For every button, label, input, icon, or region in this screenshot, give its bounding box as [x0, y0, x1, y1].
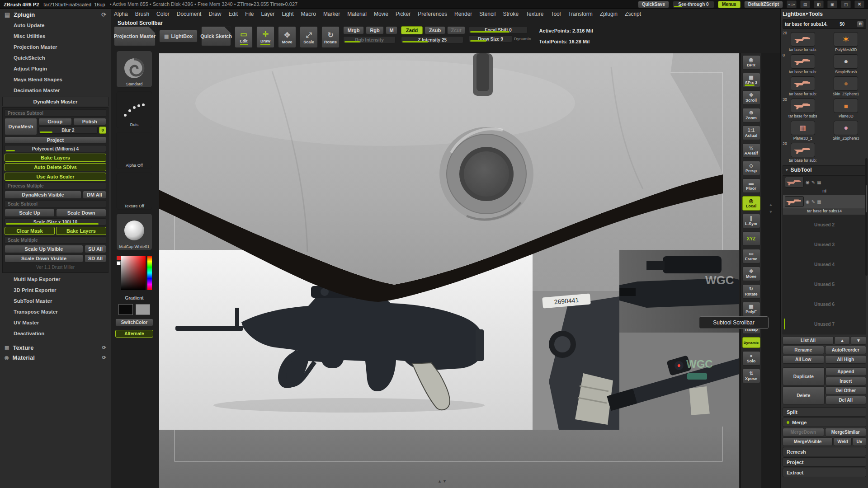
plugin-item-multi-map-exporter[interactable]: Multi Map Exporter: [0, 274, 111, 285]
texture-palette-title[interactable]: Texture: [13, 344, 33, 351]
lightbox-tools-title[interactable]: Lightbox‣Tools: [783, 11, 823, 17]
scale-mode-button[interactable]: ⤢ Scale: [300, 26, 318, 48]
lsym-button[interactable]: ∥L.Sym: [742, 214, 760, 228]
plugin-item-quicksketch[interactable]: QuickSketch: [0, 52, 111, 63]
tool-slot[interactable]: ▦ Plane3D_1: [783, 119, 823, 141]
menu-material[interactable]: Material: [347, 11, 367, 17]
paint-icon[interactable]: ✎: [811, 199, 815, 204]
scale-size-slider[interactable]: Scale (Size x 100) 10: [5, 218, 106, 225]
subtool-down-button[interactable]: ▼: [851, 336, 866, 345]
delete-button[interactable]: Delete: [783, 386, 825, 404]
draw-mode-button[interactable]: ✛ Draw: [256, 26, 274, 48]
eye-icon[interactable]: ◉: [806, 180, 810, 185]
all-low-button[interactable]: All Low: [783, 355, 824, 364]
auto-delete-sdivs-toggle[interactable]: Auto Delete SDivs: [5, 163, 106, 171]
mrgb-toggle[interactable]: Mrgb: [343, 26, 364, 34]
quicksave-button[interactable]: QuickSave: [638, 1, 669, 8]
plugin-item-transpose-master[interactable]: Transpose Master: [0, 306, 111, 317]
bake-layers-2-toggle[interactable]: Bake Layers: [56, 227, 106, 235]
frame-button[interactable]: ▭Frame: [742, 249, 760, 263]
lightbox-button[interactable]: ▦ LightBox: [159, 30, 198, 42]
default-zscript-button[interactable]: DefaultZScript: [744, 1, 783, 8]
scale-up-button[interactable]: Scale Up: [5, 209, 55, 217]
persp-button[interactable]: ◇Persp: [742, 161, 760, 175]
plugin-item-maya-blend-shapes[interactable]: Maya Blend Shapes: [0, 74, 111, 85]
menu-stencil[interactable]: Stencil: [479, 11, 495, 17]
menu-transform[interactable]: Transform: [568, 11, 592, 17]
plugin-item-deactivation[interactable]: Deactivation: [0, 328, 111, 339]
current-texture-button[interactable]: Texture Off: [116, 173, 152, 210]
window-icon-2[interactable]: ▤: [800, 0, 810, 8]
tool-slot[interactable]: ■ Plane3D: [826, 97, 867, 118]
refresh-icon[interactable]: ⟳: [101, 11, 106, 18]
color-swatch-black[interactable]: [118, 304, 133, 315]
mergedown-button[interactable]: MergeDown: [783, 428, 824, 436]
material-palette-title[interactable]: Material: [13, 354, 35, 361]
polycount-slider[interactable]: Polycount (Millions) 4: [5, 145, 106, 152]
menu-picker[interactable]: Picker: [396, 11, 410, 17]
merge-section[interactable]: Merge: [783, 418, 866, 427]
dynamic-label[interactable]: Dynamic: [514, 35, 531, 42]
bake-layers-toggle[interactable]: Bake Layers: [5, 154, 106, 162]
zcut-toggle[interactable]: Zcut: [447, 26, 465, 34]
mergesimilar-button[interactable]: MergeSimilar: [825, 428, 867, 436]
remesh-section[interactable]: Remesh: [783, 447, 866, 456]
local-toggle[interactable]: ◎Local: [742, 196, 760, 211]
zsub-toggle[interactable]: Zsub: [425, 26, 445, 34]
plugin-item-subtool-master[interactable]: SubTool Master: [0, 296, 111, 306]
tool-slot[interactable]: 20 tar base for sub:: [783, 141, 823, 163]
subtool-row-unused[interactable]: Unused 3: [783, 235, 866, 254]
menu-document[interactable]: Document: [177, 11, 202, 17]
all-high-button[interactable]: All High: [825, 355, 867, 364]
m-toggle[interactable]: M: [386, 26, 397, 34]
menu-stroke[interactable]: Stroke: [503, 11, 519, 17]
rename-button[interactable]: Rename: [783, 346, 824, 354]
projection-master-button[interactable]: Projection Master: [114, 26, 156, 46]
texture-refresh-icon[interactable]: ⟳: [102, 345, 106, 351]
menu-zplugin[interactable]: Zplugin: [600, 11, 618, 17]
menu-brush[interactable]: Brush: [135, 11, 149, 17]
window-icon-3[interactable]: ◧: [814, 0, 824, 8]
xpose-button[interactable]: ⇅Xpose: [742, 369, 760, 383]
color-picker[interactable]: [117, 254, 152, 293]
scroll-button[interactable]: ✥Scroll: [742, 90, 760, 105]
split-section[interactable]: Split: [783, 407, 866, 417]
mergevisible-button[interactable]: MergeVisible: [783, 437, 833, 446]
su-all-button[interactable]: SU All: [85, 245, 106, 253]
menu-color[interactable]: Color: [156, 11, 170, 17]
tool-slot[interactable]: ✶ PolyMesh3D: [826, 31, 867, 52]
dm-all-button[interactable]: DM All: [83, 191, 106, 199]
menu-edit[interactable]: Edit: [228, 11, 238, 17]
window-icon-4[interactable]: ▣: [827, 0, 837, 8]
rotate-mode-button[interactable]: ↻ Rotate: [321, 26, 340, 48]
solo-button[interactable]: ●Solo: [742, 351, 760, 366]
menu-light[interactable]: Light: [282, 11, 294, 17]
menu-movie[interactable]: Movie: [374, 11, 388, 17]
blur-slider[interactable]: Blur 2: [38, 127, 98, 134]
plugin-item-auto-update[interactable]: Auto Update: [0, 20, 111, 31]
sd-all-button[interactable]: SD All: [85, 254, 106, 263]
uv-button[interactable]: Uv: [853, 437, 866, 446]
secondary-color-swatch[interactable]: [117, 261, 121, 265]
move-mode-button[interactable]: ✥ Move: [278, 26, 296, 48]
dynamic-subdiv-toggle[interactable]: Dynamic: [742, 337, 760, 348]
polish-button[interactable]: Polish: [73, 118, 107, 125]
saturation-value-square[interactable]: [121, 256, 146, 290]
tool-slot[interactable]: ● SimpleBrush: [826, 53, 867, 74]
zero-toggle[interactable]: 0: [99, 127, 106, 134]
extract-section[interactable]: Extract: [783, 468, 866, 477]
menu-draw[interactable]: Draw: [208, 11, 221, 17]
rgb-intensity-slider[interactable]: Rgb Intensity: [343, 36, 396, 43]
subtool-list-scrollbar[interactable]: [865, 158, 868, 276]
z-intensity-slider[interactable]: Z Intensity 25: [401, 36, 463, 43]
subtool-section-header[interactable]: ▾ SubTool: [783, 165, 866, 174]
subtool-row-selected[interactable]: ◉ ✎ ▦: [783, 195, 866, 208]
zadd-toggle[interactable]: Zadd: [401, 26, 423, 34]
hue-strip[interactable]: [147, 256, 152, 290]
quick-sketch-button[interactable]: Quick Sketch: [201, 26, 231, 46]
subtool-up-button[interactable]: ▲: [835, 336, 850, 345]
see-through-slider[interactable]: See-through 0: [673, 1, 714, 8]
plugin-item-3d-print-exporter[interactable]: 3D Print Exporter: [0, 285, 111, 296]
move-canvas-button[interactable]: ✥Move: [742, 267, 760, 281]
plugin-item-decimation-master[interactable]: Decimation Master: [0, 85, 111, 96]
